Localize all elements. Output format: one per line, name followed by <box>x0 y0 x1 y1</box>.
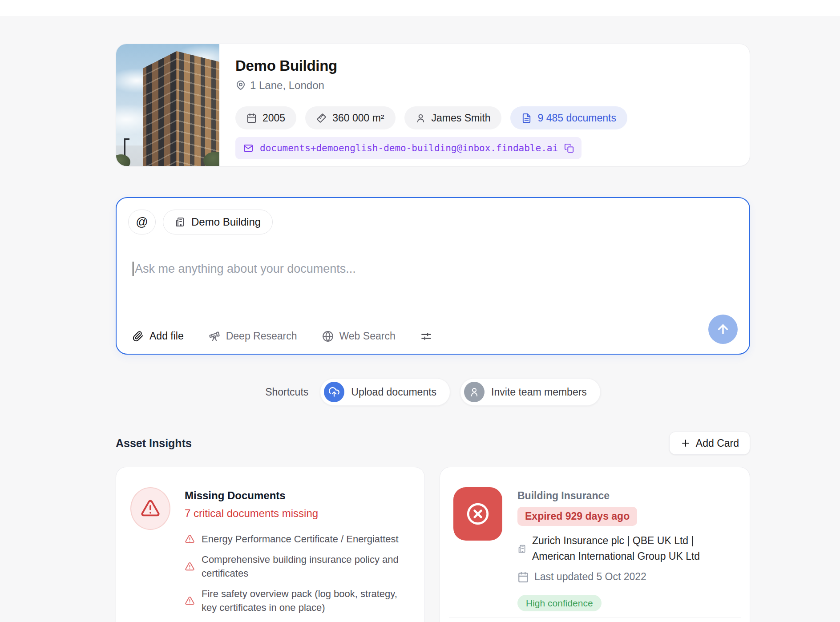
copy-icon <box>564 143 574 153</box>
web-search-button[interactable]: Web Search <box>322 330 396 342</box>
copy-email-button[interactable] <box>564 143 574 153</box>
web-search-label: Web Search <box>339 330 396 342</box>
arrow-up-icon <box>716 322 730 336</box>
context-chip-demo-building[interactable]: Demo Building <box>163 210 273 234</box>
building-icon <box>517 544 527 553</box>
missing-document-label: Comprehensive building insurance policy … <box>202 553 408 580</box>
add-card-button[interactable]: Add Card <box>669 432 750 455</box>
warning-triangle-icon <box>185 596 195 606</box>
missing-documents-subtitle: 7 critical documents missing <box>185 507 408 520</box>
shortcuts-label: Shortcuts <box>265 386 308 398</box>
building-insurance-card[interactable]: Building Insurance Expired 929 days ago … <box>440 467 750 622</box>
card-divider <box>449 618 741 618</box>
sliders-icon <box>420 331 432 342</box>
globe-icon <box>322 331 334 342</box>
add-card-label: Add Card <box>696 437 739 449</box>
building-photo <box>116 44 219 166</box>
context-chip-label: Demo Building <box>191 216 261 228</box>
mail-icon <box>243 143 254 153</box>
missing-documents-list: Energy Performance Certificate / Energia… <box>185 532 408 614</box>
mention-button[interactable]: @ <box>128 210 156 234</box>
documents-count-badge[interactable]: 9 485 documents <box>510 106 627 129</box>
building-insurance-body: Building Insurance Expired 929 days ago … <box>517 487 728 622</box>
manager-badge: James Smith <box>404 106 502 129</box>
shortcuts-row: Shortcuts Upload documents Invite team m… <box>116 378 750 406</box>
deep-research-button[interactable]: Deep Research <box>209 330 297 342</box>
insurance-providers-text: Zurich Insurance plc | QBE UK Ltd | Amer… <box>532 533 728 564</box>
text-cursor <box>133 262 133 276</box>
missing-document-item: Fire safety overview pack (log book, str… <box>185 587 408 614</box>
badge-row: 2005 360 000 m² James Smith <box>235 106 732 129</box>
warning-triangle-icon <box>185 534 195 544</box>
invite-team-members-button[interactable]: Invite team members <box>460 378 601 406</box>
photo-tower-right-face <box>177 51 219 166</box>
upload-documents-label: Upload documents <box>351 386 436 398</box>
chat-chip-row: @ Demo Building <box>128 210 273 234</box>
missing-documents-title: Missing Documents <box>185 489 408 502</box>
last-updated-row: Last updated 5 Oct 2022 <box>517 571 728 583</box>
chat-placeholder: Ask me anything about your documents... <box>135 262 356 276</box>
area-badge: 360 000 m² <box>305 106 395 129</box>
inbox-email-pill: documents+demoenglish-demo-building@inbo… <box>235 137 582 159</box>
documents-count-label: 9 485 documents <box>537 112 616 124</box>
chat-box: @ Demo Building Ask me anything about yo… <box>116 197 750 355</box>
ruler-icon <box>316 113 327 123</box>
missing-documents-card[interactable]: Missing Documents 7 critical documents m… <box>116 467 425 622</box>
warning-triangle-icon <box>185 561 195 572</box>
deep-research-label: Deep Research <box>226 330 297 342</box>
document-icon <box>521 113 532 123</box>
calendar-icon <box>246 113 257 123</box>
missing-document-item: Comprehensive building insurance policy … <box>185 553 408 580</box>
insights-header: Asset Insights Add Card <box>116 431 750 456</box>
add-file-button[interactable]: Add file <box>133 330 184 342</box>
person-icon <box>464 382 485 402</box>
insight-cards-row: Missing Documents 7 critical documents m… <box>116 467 750 622</box>
inbox-email-text: documents+demoenglish-demo-building@inbo… <box>260 143 558 153</box>
missing-document-label: Fire safety overview pack (log book, str… <box>202 587 408 614</box>
chat-toolbar: Add file Deep Research Web Search <box>133 330 432 342</box>
person-icon <box>416 113 426 123</box>
missing-documents-body: Missing Documents 7 critical documents m… <box>185 487 408 622</box>
invite-team-members-label: Invite team members <box>491 386 587 398</box>
expired-status-badge: Expired 929 days ago <box>517 507 637 526</box>
add-file-label: Add file <box>149 330 184 342</box>
building-header-card: Demo Building 1 Lane, London 2005 <box>116 44 750 166</box>
year-built-badge: 2005 <box>235 106 296 129</box>
last-updated-text: Last updated 5 Oct 2022 <box>534 571 646 583</box>
manager-label: James Smith <box>432 112 491 124</box>
telescope-icon <box>209 331 220 342</box>
cloud-upload-icon <box>324 382 344 402</box>
confidence-badge: High confidence <box>517 595 602 611</box>
building-info: Demo Building 1 Lane, London 2005 <box>219 44 750 166</box>
insights-title: Asset Insights <box>116 437 192 450</box>
building-insurance-title: Building Insurance <box>517 490 728 502</box>
chat-input[interactable]: Ask me anything about your documents... <box>133 262 696 276</box>
year-built-label: 2005 <box>262 112 285 124</box>
paperclip-icon <box>133 331 144 342</box>
chat-settings-button[interactable] <box>420 331 432 342</box>
page-title: Demo Building <box>235 57 732 74</box>
building-icon <box>175 217 186 227</box>
plus-icon <box>680 438 691 448</box>
calendar-icon <box>517 571 529 583</box>
building-location: 1 Lane, London <box>235 79 732 92</box>
location-text: 1 Lane, London <box>250 79 324 92</box>
warning-triangle-icon <box>130 487 170 530</box>
upload-documents-button[interactable]: Upload documents <box>320 378 450 406</box>
top-strip <box>0 0 840 16</box>
insurance-providers: Zurich Insurance plc | QBE UK Ltd | Amer… <box>517 533 728 564</box>
photo-tower-left-face <box>143 51 177 166</box>
map-pin-icon <box>235 80 246 91</box>
missing-document-label: Energy Performance Certificate / Energia… <box>202 532 399 546</box>
send-button[interactable] <box>708 315 738 344</box>
circle-x-icon <box>453 487 502 541</box>
missing-document-item: Energy Performance Certificate / Energia… <box>185 532 408 546</box>
area-label: 360 000 m² <box>332 112 384 124</box>
